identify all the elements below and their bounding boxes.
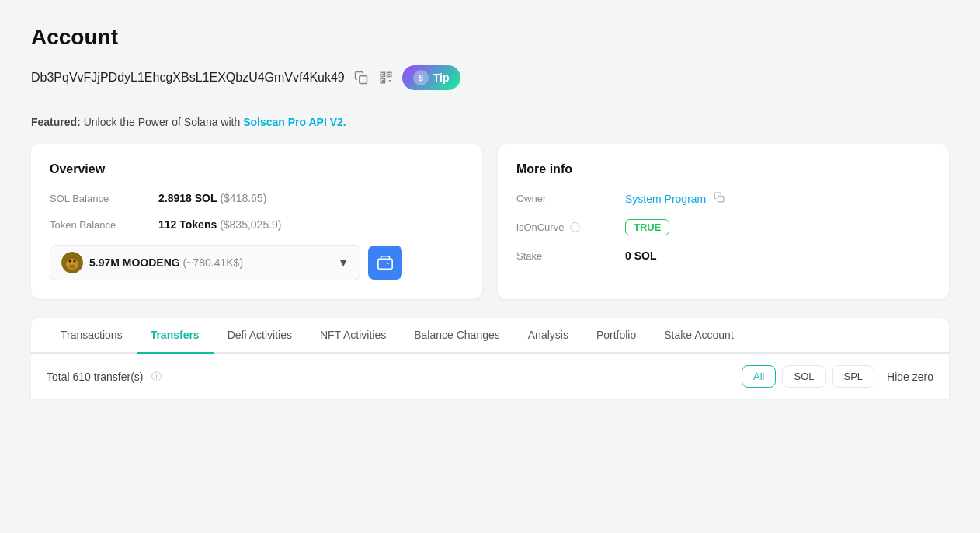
system-program-link[interactable]: System Program (625, 193, 706, 205)
chevron-down-icon: ▼ (338, 256, 349, 269)
stake-row: Stake 0 SOL (516, 249, 930, 262)
more-info-title: More info (516, 162, 930, 176)
owner-row: Owner System Program (516, 192, 930, 205)
svg-rect-5 (388, 74, 390, 75)
wallet-address: Db3PqVvFJjPDdyL1EhcgXBsL1EXQbzU4GmVvf4Ku… (31, 71, 345, 85)
tab-defi[interactable]: Defi Activities (214, 318, 306, 354)
tip-button[interactable]: $ Tip (402, 65, 460, 90)
tab-transactions[interactable]: Transactions (47, 318, 137, 354)
moodeng-icon (61, 252, 83, 273)
filter-btn-all[interactable]: All (742, 365, 776, 388)
tabs-container: TransactionsTransfersDefi ActivitiesNFT … (31, 318, 949, 399)
qr-icon (379, 71, 393, 85)
sol-balance-value: 2.8918 SOL ($418.65) (158, 192, 266, 204)
page-container: Account Db3PqVvFJjPDdyL1EhcgXBsL1EXQbzU4… (0, 0, 980, 533)
filter-buttons: AllSOLSPLHide zero (742, 365, 933, 388)
tab-transfers[interactable]: Transfers (137, 318, 214, 354)
cards-row: Overview SOL Balance 2.8918 SOL ($418.65… (31, 144, 949, 299)
stake-label: Stake (516, 250, 625, 262)
token-selector-row: 5.97M MOODENG (~780.41K$) ▼ (50, 245, 464, 280)
svg-rect-0 (360, 76, 367, 84)
svg-point-15 (74, 260, 76, 263)
tab-balance[interactable]: Balance Changes (400, 318, 514, 354)
tabs-row: TransactionsTransfersDefi ActivitiesNFT … (31, 318, 949, 354)
featured-banner: Featured: Unlock the Power of Solana wit… (31, 116, 949, 128)
token-balance-label: Token Balance (50, 219, 158, 231)
token-icon (61, 252, 83, 273)
tab-portfolio[interactable]: Portfolio (582, 318, 650, 354)
copy-icon (354, 71, 368, 85)
svg-rect-17 (378, 259, 392, 269)
total-info-icon[interactable]: ⓘ (151, 370, 162, 384)
stake-value: 0 SOL (625, 249, 656, 262)
token-name: 5.97M MOODENG (~780.41K$) (89, 256, 332, 269)
svg-point-14 (69, 260, 71, 263)
is-on-curve-row: isOnCurve ⓘ TRUE (516, 219, 930, 235)
info-icon[interactable]: ⓘ (570, 221, 580, 233)
sol-balance-row: SOL Balance 2.8918 SOL ($418.65) (50, 192, 464, 204)
total-transfers: Total 610 transfer(s) ⓘ (47, 370, 162, 384)
overview-title: Overview (50, 162, 464, 176)
token-balance-value: 112 Tokens ($835,025.9) (158, 218, 282, 231)
sol-balance-label: SOL Balance (50, 193, 158, 204)
svg-rect-18 (718, 196, 725, 202)
svg-rect-4 (382, 74, 384, 75)
qr-code-button[interactable] (377, 69, 394, 86)
overview-card: Overview SOL Balance 2.8918 SOL ($418.65… (31, 144, 482, 299)
filter-btn-sol[interactable]: SOL (782, 365, 825, 388)
is-on-curve-badge: TRUE (625, 219, 669, 235)
filter-btn-spl[interactable]: SPL (832, 365, 875, 388)
featured-link[interactable]: Solscan Pro API V2. (243, 116, 346, 128)
copy-address-button[interactable] (353, 69, 370, 86)
tab-analysis[interactable]: Analysis (514, 318, 582, 354)
svg-point-16 (69, 265, 75, 269)
tab-nft[interactable]: NFT Activities (306, 318, 400, 354)
featured-label: Featured: (31, 116, 81, 128)
hide-zero-text: Hide zero (887, 371, 933, 383)
owner-value-row: System Program (625, 192, 725, 205)
page-title: Account (31, 25, 949, 50)
owner-label: Owner (516, 193, 625, 204)
copy-owner-icon[interactable] (714, 192, 725, 205)
address-row: Db3PqVvFJjPDdyL1EhcgXBsL1EXQbzU4GmVvf4Ku… (31, 65, 949, 103)
is-on-curve-label: isOnCurve ⓘ (516, 221, 625, 235)
token-balance-row: Token Balance 112 Tokens ($835,025.9) (50, 218, 464, 231)
svg-rect-6 (382, 80, 384, 82)
tip-circle-icon: $ (413, 70, 429, 85)
more-info-card: More info Owner System Program isOnCurve (498, 144, 949, 299)
wallet-icon (377, 254, 394, 271)
token-dropdown[interactable]: 5.97M MOODENG (~780.41K$) ▼ (50, 245, 360, 280)
wallet-button[interactable] (368, 246, 402, 280)
bottom-bar: Total 610 transfer(s) ⓘ AllSOLSPLHide ze… (31, 354, 949, 399)
tab-stake[interactable]: Stake Account (650, 318, 748, 354)
